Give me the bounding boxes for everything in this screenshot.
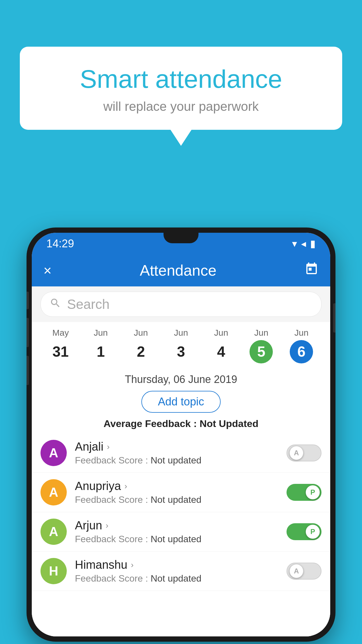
silent-button <box>27 292 29 309</box>
close-button[interactable]: × <box>43 262 52 279</box>
feedback-value: Not updated <box>151 455 201 466</box>
cal-month-label: Jun <box>281 328 321 338</box>
search-bar-container: Search <box>32 286 330 322</box>
chevron-right-icon: › <box>107 442 110 452</box>
student-avatar: A <box>41 519 67 545</box>
search-bar[interactable]: Search <box>41 292 321 317</box>
toggle-track: A <box>287 444 321 461</box>
student-feedback: Feedback Score : Not updated <box>75 573 278 584</box>
chevron-right-icon: › <box>131 560 133 570</box>
student-avatar: A <box>41 479 67 505</box>
toggle-thumb: A <box>289 564 303 578</box>
toggle-thumb: P <box>306 485 320 499</box>
cal-date-number: 5 <box>249 340 273 363</box>
app-bar-title: Attendance <box>140 262 216 279</box>
feedback-value: Not updated <box>151 534 201 544</box>
selected-date-section: Thursday, 06 June 2019 Add topic Average… <box>32 368 330 433</box>
status-icons: ▾ ◂ ▮ <box>292 238 316 249</box>
phone-mockup: 14:29 ▾ ◂ ▮ × Attendance <box>27 228 335 642</box>
calendar-day-5[interactable]: Jun5 <box>241 328 282 363</box>
chevron-right-icon: › <box>124 482 127 491</box>
chevron-right-icon: › <box>106 521 108 530</box>
speech-bubble: Smart attendance will replace your paper… <box>20 47 342 130</box>
toggle-thumb: P <box>306 525 320 539</box>
calendar-icon[interactable] <box>305 262 319 279</box>
student-name: Himanshu › <box>75 558 278 571</box>
student-name: Anjali › <box>75 440 278 453</box>
power-button <box>333 303 335 332</box>
avg-feedback-value: Not Updated <box>200 418 259 429</box>
status-time: 14:29 <box>46 237 74 250</box>
avg-feedback-label: Average Feedback : <box>103 418 197 429</box>
student-avatar: H <box>41 558 67 584</box>
calendar-day-6[interactable]: Jun6 <box>281 328 321 363</box>
toggle-thumb: A <box>289 446 303 460</box>
toggle-track: P <box>287 523 321 540</box>
calendar-day-4[interactable]: Jun4 <box>201 328 241 363</box>
student-name: Anupriya › <box>75 480 278 493</box>
student-feedback: Feedback Score : Not updated <box>75 494 278 505</box>
battery-icon: ▮ <box>310 238 316 249</box>
student-item[interactable]: AAnjali ›Feedback Score : Not updatedA <box>32 433 330 473</box>
cal-month-label: Jun <box>121 328 161 338</box>
cal-date-number: 1 <box>89 340 113 363</box>
calendar-day-0[interactable]: May31 <box>41 328 81 363</box>
student-item[interactable]: HHimanshu ›Feedback Score : Not updatedA <box>32 552 330 591</box>
attendance-toggle[interactable]: P <box>287 484 321 501</box>
content-area: Search May31Jun1Jun2Jun3Jun4Jun5Jun6 Thu… <box>32 286 330 636</box>
student-list: AAnjali ›Feedback Score : Not updatedAAA… <box>32 433 330 591</box>
attendance-toggle[interactable]: A <box>287 563 321 580</box>
toggle-track: P <box>287 484 321 501</box>
calendar-strip: May31Jun1Jun2Jun3Jun4Jun5Jun6 <box>32 322 330 368</box>
add-topic-button[interactable]: Add topic <box>141 391 221 413</box>
student-info: Himanshu ›Feedback Score : Not updated <box>75 558 278 584</box>
student-avatar: A <box>41 440 67 466</box>
cal-date-number: 31 <box>49 340 72 363</box>
bubble-title: Smart attendance <box>34 64 328 94</box>
student-feedback: Feedback Score : Not updated <box>75 534 278 545</box>
search-input-placeholder: Search <box>67 296 110 312</box>
cal-date-number: 4 <box>210 340 233 363</box>
signal-icon: ◂ <box>301 238 306 249</box>
selected-date-text: Thursday, 06 June 2019 <box>41 373 321 386</box>
calendar-day-2[interactable]: Jun2 <box>121 328 161 363</box>
cal-month-label: Jun <box>81 328 121 338</box>
avg-feedback: Average Feedback : Not Updated <box>41 418 321 429</box>
student-name: Arjun › <box>75 519 278 532</box>
student-item[interactable]: AArjun ›Feedback Score : Not updatedP <box>32 512 330 552</box>
phone-screen: 14:29 ▾ ◂ ▮ × Attendance <box>32 233 330 636</box>
feedback-value: Not updated <box>151 573 201 584</box>
cal-month-label: Jun <box>161 328 201 338</box>
calendar-day-1[interactable]: Jun1 <box>81 328 121 363</box>
student-info: Anupriya ›Feedback Score : Not updated <box>75 480 278 505</box>
cal-date-number: 3 <box>169 340 193 363</box>
cal-month-label: May <box>41 328 81 338</box>
toggle-track: A <box>287 563 321 580</box>
calendar-day-3[interactable]: Jun3 <box>161 328 201 363</box>
attendance-toggle[interactable]: P <box>287 523 321 540</box>
cal-month-label: Jun <box>241 328 282 338</box>
status-bar: 14:29 ▾ ◂ ▮ <box>32 233 330 254</box>
student-info: Arjun ›Feedback Score : Not updated <box>75 519 278 545</box>
bubble-subtitle: will replace your paperwork <box>34 99 328 114</box>
student-item[interactable]: AAnupriya ›Feedback Score : Not updatedP <box>32 473 330 512</box>
app-bar: × Attendance <box>32 254 330 286</box>
wifi-icon: ▾ <box>292 238 297 249</box>
search-icon <box>50 297 61 312</box>
student-info: Anjali ›Feedback Score : Not updated <box>75 440 278 466</box>
feedback-value: Not updated <box>151 494 201 505</box>
cal-month-label: Jun <box>201 328 241 338</box>
attendance-toggle[interactable]: A <box>287 444 321 461</box>
student-feedback: Feedback Score : Not updated <box>75 455 278 466</box>
cal-date-number: 2 <box>129 340 152 363</box>
volume-down-button <box>27 356 29 385</box>
notch <box>164 233 198 243</box>
cal-date-number: 6 <box>290 340 313 363</box>
volume-up-button <box>27 318 29 347</box>
